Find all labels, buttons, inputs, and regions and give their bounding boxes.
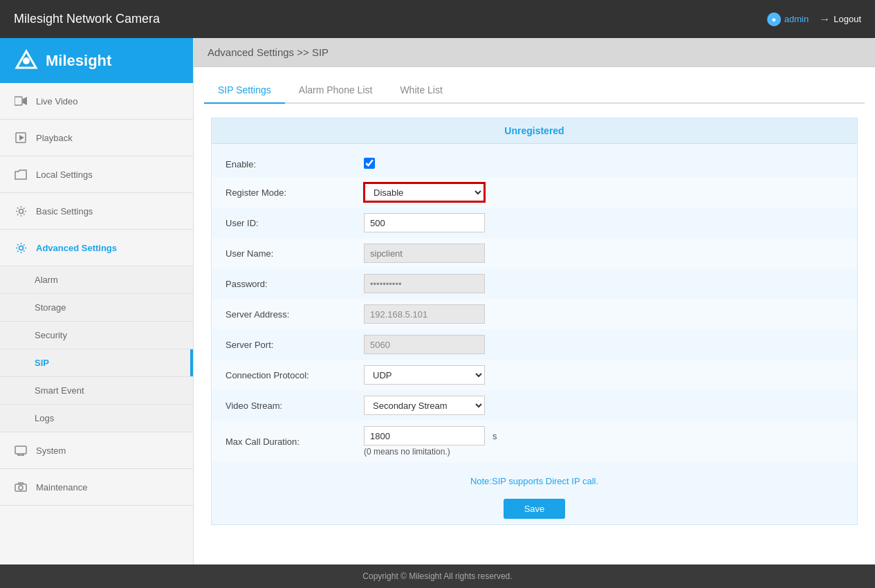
tab-sip-settings-label: SIP Settings	[218, 84, 271, 95]
register-mode-value: Disable Enable	[364, 183, 843, 202]
sidebar-subitem-security[interactable]: Security	[0, 322, 193, 349]
password-input[interactable]	[364, 274, 485, 293]
tab-alarm-phone-list[interactable]: Alarm Phone List	[285, 77, 387, 102]
user-id-input[interactable]	[364, 213, 485, 232]
sidebar-item-local-settings[interactable]: Local Settings	[0, 156, 193, 193]
user-name-input[interactable]	[364, 244, 485, 263]
sidebar-subitem-label-smart-event: Smart Event	[35, 385, 84, 396]
sidebar-item-live-video[interactable]: Live Video	[0, 83, 193, 120]
sidebar-item-advanced-settings[interactable]: Advanced Settings	[0, 230, 193, 266]
sidebar-item-playback[interactable]: Playback	[0, 120, 193, 156]
tab-white-list[interactable]: White List	[386, 77, 456, 102]
video-icon	[14, 94, 28, 108]
server-port-label: Server Port:	[225, 340, 364, 350]
register-mode-row: Register Mode: Disable Enable	[212, 177, 857, 208]
sip-note: Note:SIP supports Direct IP call.	[212, 469, 857, 493]
sidebar-item-label-system: System	[36, 445, 66, 456]
sidebar-subitem-label-security: Security	[35, 330, 67, 340]
user-id-row: User ID:	[212, 208, 857, 238]
max-call-duration-row: Max Call Duration: s (0 means no limitat…	[212, 421, 857, 462]
sidebar-subitem-smart-event[interactable]: Smart Event	[0, 377, 193, 405]
sidebar-item-label-playback: Playback	[36, 133, 73, 143]
enable-value	[364, 158, 843, 171]
header-right: ● admin → Logout	[767, 12, 861, 26]
sidebar-subitem-label-sip: SIP	[35, 358, 49, 368]
sidebar-subitem-logs[interactable]: Logs	[0, 405, 193, 432]
sidebar-item-basic-settings[interactable]: Basic Settings	[0, 193, 193, 230]
sip-form-container: Unregistered Enable: Register Mode:	[211, 118, 858, 525]
sidebar-subitem-label-storage: Storage	[35, 302, 66, 313]
server-port-row: Server Port:	[212, 329, 857, 360]
svg-point-13	[19, 486, 23, 490]
breadcrumb-text: Advanced Settings >> SIP	[208, 46, 329, 58]
connection-protocol-label: Connection Protocol:	[225, 370, 364, 380]
server-port-value	[364, 335, 843, 354]
sidebar-item-label-local-settings: Local Settings	[36, 169, 93, 180]
max-call-duration-label: Max Call Duration:	[225, 437, 364, 447]
enable-checkbox[interactable]	[364, 158, 375, 169]
svg-marker-3	[23, 97, 27, 105]
logout-link[interactable]: → Logout	[819, 13, 861, 26]
sidebar-subitem-label-alarm: Alarm	[35, 275, 58, 285]
user-id-label: User ID:	[225, 218, 364, 228]
save-button-row: Save	[212, 493, 857, 524]
connection-protocol-row: Connection Protocol: UDP TCP TLS	[212, 360, 857, 390]
connection-protocol-select[interactable]: UDP TCP TLS	[364, 365, 485, 385]
server-port-input[interactable]	[364, 335, 485, 354]
register-mode-label: Register Mode:	[225, 187, 364, 198]
folder-icon	[14, 167, 28, 181]
save-button[interactable]: Save	[504, 499, 566, 519]
svg-point-6	[19, 209, 23, 213]
logout-icon: →	[819, 13, 830, 26]
milesight-logo-icon	[14, 48, 39, 73]
user-name-label: User Name:	[225, 248, 364, 259]
connection-protocol-value: UDP TCP TLS	[364, 365, 843, 385]
save-button-label: Save	[524, 504, 545, 514]
advanced-settings-submenu: Alarm Storage Security SIP Smart Event L…	[0, 266, 193, 432]
max-call-duration-input[interactable]	[364, 426, 485, 445]
video-stream-label: Video Stream:	[225, 401, 364, 411]
logo-text: Milesight	[46, 52, 111, 70]
svg-point-7	[19, 246, 23, 250]
sidebar-subitem-alarm[interactable]: Alarm	[0, 266, 193, 294]
user-name-row: User Name:	[212, 238, 857, 268]
video-stream-value: Primary Stream Secondary Stream	[364, 396, 843, 415]
video-stream-row: Video Stream: Primary Stream Secondary S…	[212, 390, 857, 421]
register-mode-select[interactable]: Disable Enable	[364, 183, 485, 202]
svg-point-1	[23, 57, 30, 64]
gear-icon	[14, 204, 28, 218]
tab-alarm-phone-list-label: Alarm Phone List	[299, 84, 373, 95]
sidebar-subitem-storage[interactable]: Storage	[0, 294, 193, 322]
tab-sip-settings[interactable]: SIP Settings	[204, 77, 285, 104]
monitor-icon	[14, 443, 28, 457]
sip-status-header: Unregistered	[212, 118, 857, 144]
password-value	[364, 274, 843, 293]
admin-label: admin	[784, 14, 809, 24]
logout-label: Logout	[833, 14, 861, 24]
max-call-duration-value: s (0 means no limitation.)	[364, 426, 843, 457]
sidebar: Milesight Live Video Playback Local Sett…	[0, 38, 194, 564]
sidebar-item-label-basic-settings: Basic Settings	[36, 206, 93, 217]
sidebar-subitem-label-logs: Logs	[35, 413, 54, 423]
camera-icon	[14, 480, 28, 494]
server-address-input[interactable]	[364, 304, 485, 324]
app-title: Milesight Network Camera	[14, 12, 160, 26]
footer-text: Copyright © Milesight All rights reserve…	[362, 571, 512, 581]
server-address-row: Server Address:	[212, 299, 857, 329]
sidebar-item-label-live-video: Live Video	[36, 96, 77, 107]
user-icon: ●	[767, 12, 781, 26]
tab-bar: SIP Settings Alarm Phone List White List	[204, 77, 865, 104]
sidebar-item-system[interactable]: System	[0, 432, 193, 469]
sidebar-subitem-sip[interactable]: SIP	[0, 349, 193, 377]
video-stream-select[interactable]: Primary Stream Secondary Stream	[364, 396, 485, 415]
sidebar-item-label-maintenance: Maintenance	[36, 482, 87, 493]
sidebar-item-maintenance[interactable]: Maintenance	[0, 469, 193, 506]
server-address-label: Server Address:	[225, 309, 364, 320]
server-address-value	[364, 304, 843, 324]
user-name-value	[364, 244, 843, 263]
sip-form-table: Enable: Register Mode: Disable Enable	[212, 144, 857, 469]
admin-link[interactable]: ● admin	[767, 12, 809, 26]
tab-white-list-label: White List	[400, 84, 442, 95]
password-label: Password:	[225, 279, 364, 289]
breadcrumb: Advanced Settings >> SIP	[194, 38, 875, 67]
